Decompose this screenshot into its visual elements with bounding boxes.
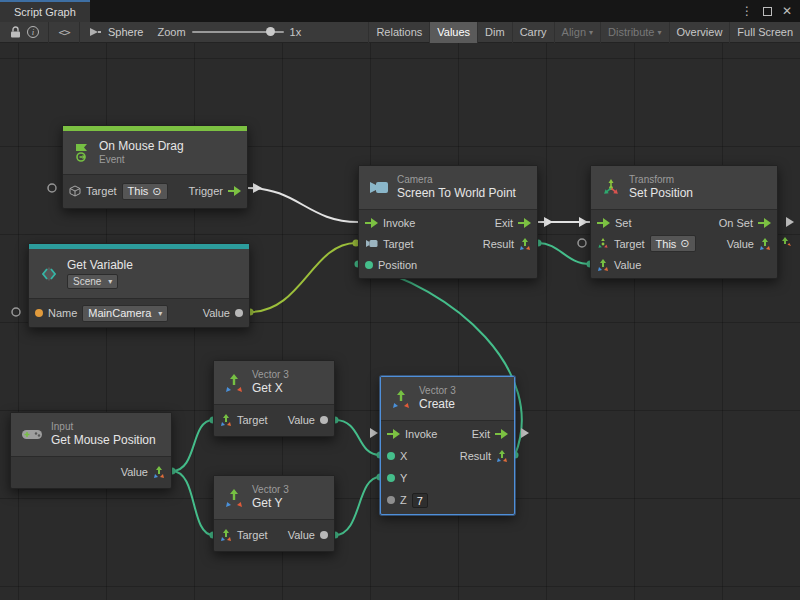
node-title: Get X (252, 381, 289, 395)
node-vector3-create[interactable]: Vector 3 Create Invoke Exit X Result (380, 376, 515, 515)
zoom-slider[interactable] (192, 31, 284, 33)
node-category: Vector 3 (419, 385, 456, 397)
variable-scope-dropdown[interactable]: Scene▾ (67, 274, 118, 289)
zoom-slider-handle[interactable] (266, 27, 275, 36)
port-exit-label[interactable]: Exit (495, 217, 513, 229)
port-x-input[interactable] (387, 452, 395, 460)
tab-title: Script Graph (14, 6, 76, 18)
port-value-in-label[interactable]: Value (614, 259, 641, 271)
port-y-input[interactable] (387, 474, 395, 482)
variable-icon (39, 264, 59, 284)
variable-name-dropdown[interactable]: MainCamera▾ (82, 305, 168, 322)
vector-mini-icon[interactable] (153, 466, 165, 478)
node-title: Get Variable (67, 258, 133, 272)
node-get-mouse-position[interactable]: Input Get Mouse Position Value (10, 412, 172, 489)
camera-mini-icon[interactable] (365, 239, 378, 248)
zoom-value: 1x (290, 26, 302, 38)
vector-mini-icon[interactable] (519, 238, 531, 250)
toolbar-button-overview[interactable]: Overview (669, 22, 730, 43)
port-on-set-label[interactable]: On Set (719, 217, 753, 229)
node-screen-to-world-point[interactable]: Camera Screen To World Point Invoke Exit… (358, 165, 538, 279)
toolbar-button-values[interactable]: Values (429, 22, 477, 43)
target-object-picker[interactable]: This⊙ (650, 235, 696, 252)
port-value-out-label[interactable]: Value (727, 238, 754, 250)
port-target-label[interactable]: Target (614, 238, 645, 250)
code-icon[interactable]: <> (55, 22, 73, 43)
port-value-output[interactable] (235, 309, 243, 317)
gameobject-cube-icon (69, 185, 81, 197)
port-y-label[interactable]: Y (400, 472, 407, 484)
close-icon[interactable]: ✕ (782, 4, 792, 18)
port-position-label[interactable]: Position (378, 259, 417, 271)
maximize-icon[interactable] (763, 7, 772, 16)
port-target-label[interactable]: Target (383, 238, 414, 250)
toolbar-button-carry[interactable]: Carry (512, 22, 554, 43)
vector-mini-icon[interactable] (759, 238, 771, 250)
port-name-input[interactable] (35, 309, 43, 317)
node-on-mouse-drag[interactable]: On Mouse Drag Event Target This⊙ Trigger (62, 125, 248, 209)
window-tab-bar: Script Graph ⋮ ✕ (0, 0, 800, 22)
node-title: Create (419, 397, 456, 411)
graph-target-label[interactable]: Sphere (108, 26, 143, 38)
tab-script-graph[interactable]: Script Graph (0, 0, 90, 22)
port-result-label[interactable]: Result (483, 238, 514, 250)
port-trigger-label[interactable]: Trigger (189, 185, 223, 197)
node-vector3-get-x[interactable]: Vector 3 Get X Target Value (213, 360, 335, 437)
toolbar-button-fullscreen[interactable]: Full Screen (729, 22, 800, 43)
port-target-label[interactable]: Target (86, 185, 117, 197)
toolbar-button-distribute[interactable]: Distribute▾ (600, 22, 668, 43)
node-category: Vector 3 (252, 369, 289, 381)
port-value-label[interactable]: Value (121, 466, 148, 478)
graph-toolbar: i <> Sphere Zoom 1x Relations Values Dim… (0, 22, 800, 43)
flow-in-icon[interactable] (365, 218, 378, 228)
port-target-label[interactable]: Target (237, 414, 268, 426)
node-title: Screen To World Point (397, 186, 516, 200)
vector-mini-icon[interactable] (220, 529, 232, 541)
lock-icon[interactable] (6, 22, 24, 43)
vector3-icon (391, 389, 411, 409)
node-vector3-get-y[interactable]: Vector 3 Get Y Target Value (213, 475, 335, 552)
port-value-label[interactable]: Value (288, 529, 315, 541)
node-category: Vector 3 (252, 484, 289, 496)
node-category: Input (51, 421, 156, 433)
port-value-label: Value (203, 307, 230, 319)
vector-mini-icon[interactable] (597, 259, 609, 271)
port-result-label[interactable]: Result (460, 450, 491, 462)
flow-out-icon[interactable] (495, 429, 508, 439)
flow-in-icon[interactable] (387, 429, 400, 439)
port-name-label: Name (48, 307, 77, 319)
port-invoke-label[interactable]: Invoke (405, 428, 437, 440)
port-z-label[interactable]: Z (400, 494, 407, 506)
toolbar-button-align[interactable]: Align▾ (554, 22, 600, 43)
port-invoke-label[interactable]: Invoke (383, 217, 415, 229)
port-exit-label[interactable]: Exit (472, 428, 490, 440)
node-category: Camera (397, 174, 516, 186)
port-value-output[interactable] (320, 416, 328, 424)
port-value-output[interactable] (320, 531, 328, 539)
port-value-label[interactable]: Value (288, 414, 315, 426)
transform-mini-icon[interactable] (597, 238, 609, 250)
flow-out-icon[interactable] (758, 218, 771, 228)
node-set-position[interactable]: Transform Set Position Set On Set (590, 165, 778, 279)
vector-mini-icon[interactable] (220, 414, 232, 426)
flow-out-icon[interactable] (518, 218, 531, 228)
node-title: On Mouse Drag (99, 139, 184, 153)
z-value-field[interactable]: 7 (412, 493, 428, 508)
flow-out-icon[interactable] (228, 186, 241, 196)
port-z-input[interactable] (387, 496, 395, 504)
info-icon[interactable]: i (24, 22, 42, 43)
port-x-label[interactable]: X (400, 450, 407, 462)
toolbar-button-dim[interactable]: Dim (477, 22, 512, 43)
node-title: Set Position (629, 186, 693, 200)
vector-mini-icon[interactable] (496, 450, 508, 462)
vector3-icon (224, 488, 244, 508)
toolbar-button-relations[interactable]: Relations (368, 22, 429, 43)
port-target-label[interactable]: Target (237, 529, 268, 541)
port-set-label[interactable]: Set (615, 217, 632, 229)
target-object-picker[interactable]: This⊙ (122, 183, 168, 200)
menu-icon[interactable]: ⋮ (741, 4, 753, 18)
node-get-variable[interactable]: Get Variable Scene▾ Name MainCamera▾ Val… (28, 243, 250, 328)
flow-in-icon[interactable] (597, 218, 610, 228)
port-position-input[interactable] (365, 261, 373, 269)
node-subtitle: Event (99, 154, 184, 166)
